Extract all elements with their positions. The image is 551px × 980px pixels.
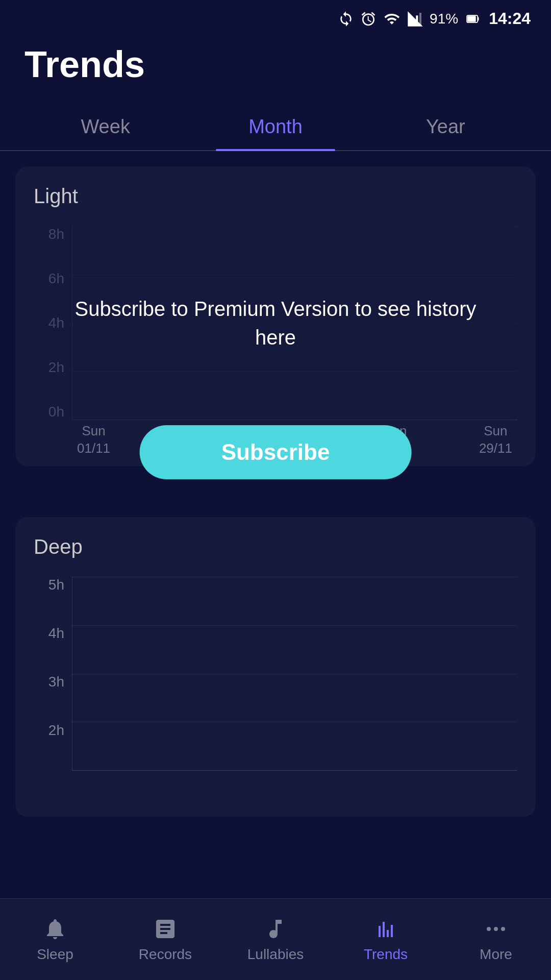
page-title: Trends <box>0 33 551 106</box>
wifi-icon <box>383 11 401 27</box>
svg-rect-1 <box>413 18 415 26</box>
overlay-text: Subscribe to Premium Version to see hist… <box>34 295 517 352</box>
clock-time: 14:24 <box>489 9 531 28</box>
bell-icon <box>43 917 67 941</box>
nav-item-records[interactable]: Records <box>110 917 220 963</box>
subscribe-button[interactable]: Subscribe <box>140 425 412 479</box>
alarm-icon <box>360 11 377 27</box>
light-chart-area: 8h 6h 4h 2h 0h Subscribe to Premium Vers… <box>34 226 517 451</box>
tab-month[interactable]: Month <box>190 106 360 150</box>
nav-label-sleep: Sleep <box>37 946 73 963</box>
status-icons: 91% 14:24 <box>338 9 531 28</box>
light-chart-title: Light <box>34 185 517 208</box>
subscribe-button-wrapper: Subscribe <box>140 425 412 479</box>
bottom-nav: Sleep Records Lullabies Trends More <box>0 898 551 980</box>
battery-percent: 91% <box>430 11 458 27</box>
deep-chart-card: Deep 5h 4h 3h 2h <box>15 517 536 817</box>
svg-point-7 <box>494 927 498 931</box>
more-icon <box>484 917 508 941</box>
svg-rect-2 <box>416 15 418 26</box>
nav-item-lullabies[interactable]: Lullabies <box>220 917 331 963</box>
premium-overlay: Subscribe to Premium Version to see hist… <box>34 226 517 420</box>
svg-rect-0 <box>409 21 411 26</box>
nav-label-lullabies: Lullabies <box>247 946 304 963</box>
nav-label-records: Records <box>139 946 192 963</box>
deep-chart-area: 5h 4h 3h 2h <box>34 577 517 801</box>
signal-icon <box>407 11 423 27</box>
deep-bars-container <box>72 577 517 771</box>
trends-icon <box>373 917 398 941</box>
main-content: Light 8h 6h 4h 2h 0h Subscri <box>0 151 551 831</box>
nav-item-sleep[interactable]: Sleep <box>0 917 110 963</box>
svg-point-8 <box>501 927 505 931</box>
battery-icon <box>464 12 483 26</box>
status-bar: 91% 14:24 <box>0 0 551 33</box>
nav-label-more: More <box>480 946 512 963</box>
svg-rect-3 <box>419 13 421 26</box>
tab-year[interactable]: Year <box>361 106 531 150</box>
tab-week[interactable]: Week <box>20 106 190 150</box>
nav-item-trends[interactable]: Trends <box>331 917 441 963</box>
svg-rect-5 <box>467 16 475 22</box>
tab-bar: Week Month Year <box>0 106 551 151</box>
nav-item-more[interactable]: More <box>441 917 551 963</box>
music-icon <box>263 917 288 941</box>
light-chart-card: Light 8h 6h 4h 2h 0h Subscri <box>15 166 536 466</box>
nav-label-trends: Trends <box>364 946 408 963</box>
svg-point-6 <box>487 927 491 931</box>
deep-y-axis: 5h 4h 3h 2h <box>34 577 69 771</box>
records-icon <box>153 917 178 941</box>
deep-chart-title: Deep <box>34 535 517 558</box>
sync-icon <box>338 11 354 27</box>
